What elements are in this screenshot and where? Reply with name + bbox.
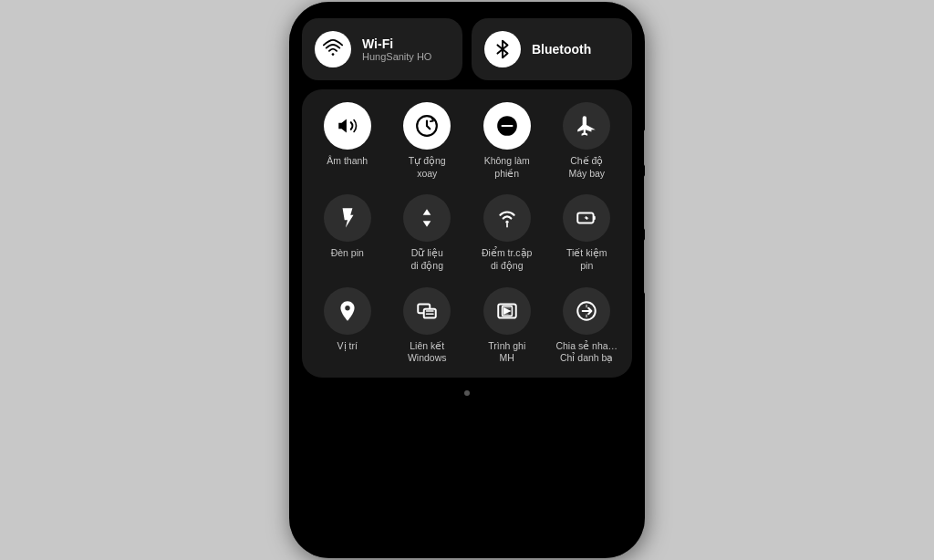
grid-item-mobile-data[interactable]: Dữ liệudi động <box>391 194 464 272</box>
autorotate-icon <box>415 114 439 138</box>
location-label: Vị trí <box>337 340 358 353</box>
battery-saver-icon-circle <box>563 194 610 242</box>
svg-rect-2 <box>501 125 513 127</box>
windows-link-icon <box>415 299 439 323</box>
svg-point-6 <box>345 306 349 310</box>
bluetooth-tile[interactable]: Bluetooth <box>472 18 632 80</box>
airplane-icon-circle <box>563 102 610 150</box>
mobile-data-label: Dữ liệudi động <box>410 247 443 272</box>
grid-item-battery-saver[interactable]: Tiết kiệmpin <box>551 194 624 272</box>
side-buttons <box>644 130 645 294</box>
location-icon <box>336 299 359 323</box>
hotspot-label: Điểm tr.cậpdi động <box>482 247 532 272</box>
autorotate-label: Tự độngxoay <box>409 155 446 180</box>
grid-item-screen-record[interactable]: Trình ghiMH <box>471 287 544 365</box>
power-button <box>644 130 645 166</box>
screen-record-icon-circle <box>483 287 531 335</box>
wifi-text: Wi-Fi HungSanity HO <box>362 36 431 62</box>
quick-settings-grid: Âm thanh Tự độngxoay <box>302 89 632 378</box>
svg-point-0 <box>332 53 335 56</box>
grid-item-nearby-share[interactable]: Chia sẻ nha…Chỉ danh bạ <box>551 287 624 365</box>
windows-link-icon-circle <box>403 287 451 335</box>
hotspot-icon-circle <box>483 194 531 242</box>
hotspot-icon <box>495 206 519 230</box>
dnd-icon-circle <box>483 102 531 150</box>
phone-frame: Wi-Fi HungSanity HO Bluetooth <box>289 2 645 558</box>
svg-rect-5 <box>594 216 596 220</box>
nearby-share-label: Chia sẻ nha…Chỉ danh bạ <box>555 340 617 365</box>
control-center-screen: Wi-Fi HungSanity HO Bluetooth <box>289 2 645 558</box>
wifi-title: Wi-Fi <box>362 36 431 51</box>
connectivity-row: Wi-Fi HungSanity HO Bluetooth <box>302 18 632 80</box>
screen-record-icon <box>495 299 519 323</box>
battery-saver-label: Tiết kiệmpin <box>566 247 607 272</box>
airplane-icon <box>575 114 598 138</box>
grid-item-hotspot[interactable]: Điểm tr.cậpdi động <box>471 194 544 272</box>
mobile-data-icon <box>415 206 439 230</box>
grid-item-location[interactable]: Vị trí <box>311 287 384 365</box>
page-dot-indicator <box>464 390 470 396</box>
grid-item-dnd[interactable]: Không làmphiền <box>471 102 544 180</box>
dnd-icon <box>495 114 519 138</box>
flashlight-icon-circle <box>324 194 371 242</box>
location-icon-circle <box>324 287 371 335</box>
nearby-share-icon <box>575 299 598 323</box>
grid-item-windows-link[interactable]: Liên kếtWindows <box>391 287 464 365</box>
battery-saver-icon <box>575 206 598 230</box>
wifi-tile[interactable]: Wi-Fi HungSanity HO <box>302 18 462 80</box>
volume-down-button <box>644 239 645 294</box>
grid-item-airplane[interactable]: Chế độMáy bay <box>551 102 624 180</box>
grid-item-flashlight[interactable]: Đèn pin <box>311 194 384 272</box>
windows-link-label: Liên kếtWindows <box>408 340 447 365</box>
grid-item-autorotate[interactable]: Tự độngxoay <box>391 102 464 180</box>
bluetooth-icon-circle <box>484 31 521 67</box>
bluetooth-title: Bluetooth <box>532 42 591 57</box>
bluetooth-icon <box>493 39 513 59</box>
svg-point-3 <box>505 221 508 223</box>
screen-record-label: Trình ghiMH <box>488 340 525 365</box>
mobile-data-icon-circle <box>403 194 451 242</box>
wifi-icon <box>323 39 343 59</box>
wifi-icon-circle <box>315 31 351 67</box>
nearby-share-icon-circle <box>563 287 610 335</box>
flashlight-icon <box>336 206 359 230</box>
sound-icon <box>336 114 359 138</box>
sound-label: Âm thanh <box>327 155 368 168</box>
wifi-subtitle: HungSanity HO <box>362 51 431 62</box>
grid-item-sound[interactable]: Âm thanh <box>311 102 384 180</box>
dnd-label: Không làmphiền <box>484 155 530 180</box>
autorotate-icon-circle <box>403 102 451 150</box>
flashlight-label: Đèn pin <box>331 247 364 260</box>
sound-icon-circle <box>324 102 371 150</box>
bluetooth-text: Bluetooth <box>532 42 591 57</box>
airplane-label: Chế độMáy bay <box>568 155 605 180</box>
volume-up-button <box>644 175 645 230</box>
